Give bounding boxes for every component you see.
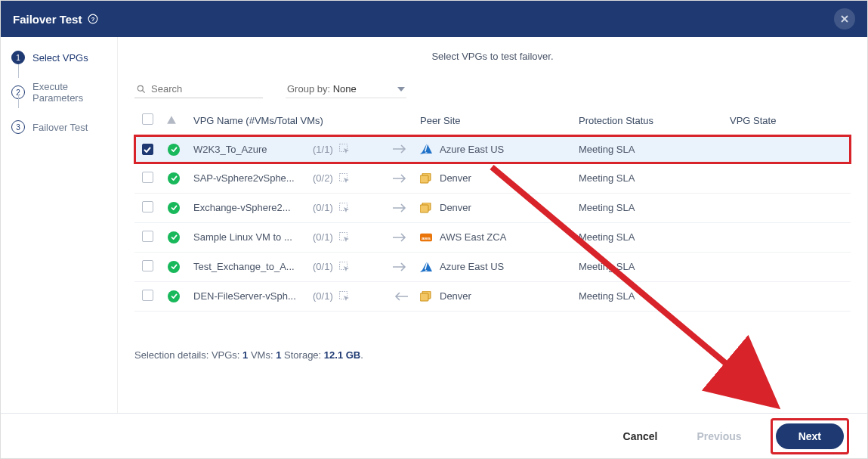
row-checkbox[interactable] [142,260,153,271]
dialog-header: Failover Test ? [1,1,867,37]
peer-site-name: Denver [440,202,471,213]
peer-site-name: Azure East US [440,261,504,272]
vpg-name: SAP-vSphere2vSphe... [193,172,307,184]
status-ok-icon [168,202,180,214]
select-all-checkbox[interactable] [142,113,153,125]
table-row[interactable]: DEN-FileServer-vSph... (0/1) Denver Meet… [134,281,851,311]
vsphere-icon [420,290,432,302]
step-label: Execute Parameters [32,81,117,104]
wizard-step[interactable]: 2Execute Parameters [11,81,117,116]
peer-site-name: Denver [440,290,471,302]
table-row[interactable]: Sample Linux VM to ... (0/1) awsAWS East… [134,222,851,252]
select-vms-icon[interactable] [339,203,350,213]
selection-details: Selection details: VPGs: 1 VMs: 1 Storag… [134,349,851,361]
help-icon[interactable]: ? [88,14,98,24]
vpg-name: W2K3_To_Azure [193,144,307,155]
select-vms-icon[interactable] [339,291,350,302]
groupby-dropdown[interactable]: Group by: None [286,80,406,98]
table-row[interactable]: Test_Exchange_to_A... (0/1) Azure East U… [134,252,851,281]
row-checkbox[interactable] [142,231,153,242]
select-vms-icon[interactable] [339,232,350,243]
direction-arrow-icon [393,203,408,212]
svg-text:aws: aws [422,234,431,240]
col-header-state[interactable]: VPG State [724,106,851,135]
status-ok-icon [168,144,180,156]
select-vms-icon[interactable] [339,262,350,272]
svg-text:?: ? [91,16,95,23]
cancel-button[interactable]: Cancel [613,424,669,448]
chevron-down-icon [397,87,405,91]
status-ok-icon [168,231,180,243]
col-header-protection[interactable]: Protection Status [573,106,724,135]
row-checkbox[interactable] [142,290,153,301]
wizard-step[interactable]: 3Failover Test [11,120,117,146]
table-row[interactable]: W2K3_To_Azure (1/1) Azure East US Meetin… [134,135,851,164]
azure-icon [420,261,432,273]
protection-status: Meeting SLA [579,202,635,213]
protection-status: Meeting SLA [579,144,635,155]
protection-status: Meeting SLA [579,261,635,272]
close-icon [841,15,848,23]
search-field-wrap[interactable] [134,80,263,98]
subtitle-text: Select VPGs to test failover. [134,51,851,62]
wizard-step[interactable]: 1Select VPGs [11,51,117,76]
vm-count: (0/1) [313,231,333,243]
vsphere-icon [420,172,432,185]
direction-arrow-icon [393,292,408,301]
step-number-icon: 1 [11,51,25,64]
vpg-name: Test_Exchange_to_A... [193,261,307,272]
status-ok-icon [168,172,180,185]
peer-site-name: AWS East ZCA [440,231,506,243]
close-button[interactable] [834,8,855,29]
aws-icon: aws [420,231,432,243]
selection-storage: 12.1 GB [324,349,360,361]
row-checkbox[interactable] [142,172,153,183]
table-row[interactable]: Exchange-vSphere2... (0/1) Denver Meetin… [134,193,851,222]
selection-vms: 1 [276,349,281,361]
vpg-name: Sample Linux VM to ... [193,231,307,243]
svg-rect-6 [420,175,428,183]
vpgs-table: VPG Name (#VMs/Total VMs) Peer Site Prot… [134,106,851,312]
groupby-value: None [333,83,357,95]
vpg-name: DEN-FileServer-vSph... [193,290,307,302]
protection-status: Meeting SLA [579,231,635,243]
row-checkbox[interactable] [142,201,153,212]
toolbar: Group by: None [134,80,851,98]
select-vms-icon[interactable] [339,173,350,184]
vsphere-icon [420,202,432,214]
svg-point-2 [137,85,143,91]
vpg-name: Exchange-vSphere2... [193,202,307,213]
table-header-row: VPG Name (#VMs/Total VMs) Peer Site Prot… [134,106,851,135]
search-icon [136,84,147,95]
status-ok-icon [168,261,180,273]
svg-rect-16 [420,293,428,301]
peer-site-name: Azure East US [440,144,504,155]
col-header-peer[interactable]: Peer Site [414,106,573,135]
warning-icon [166,115,181,126]
search-input[interactable] [151,83,261,95]
select-vms-icon[interactable] [339,144,350,154]
dialog-title: Failover Test [13,13,82,26]
protection-status: Meeting SLA [579,290,635,302]
step-number-icon: 3 [11,120,25,134]
row-checkbox[interactable] [142,144,153,155]
peer-site-name: Denver [440,172,471,184]
vm-count: (1/1) [313,144,333,155]
main-panel: Select VPGs to test failover. Group by: … [118,37,867,413]
col-header-name[interactable]: VPG Name (#VMs/Total VMs) [187,106,414,135]
svg-rect-9 [420,205,428,212]
wizard-sidebar: 1Select VPGs2Execute Parameters3Failover… [1,37,118,413]
groupby-label: Group by: [287,83,330,95]
direction-arrow-icon [393,174,408,183]
step-label: Failover Test [32,122,88,133]
table-row[interactable]: SAP-vSphere2vSphe... (0/2) Denver Meetin… [134,163,851,193]
direction-arrow-icon [393,262,408,271]
dialog-body: 1Select VPGs2Execute Parameters3Failover… [1,37,867,413]
direction-arrow-icon [393,144,408,154]
next-button[interactable]: Next [776,423,844,449]
protection-status: Meeting SLA [579,172,635,184]
step-label: Select VPGs [32,52,88,64]
vm-count: (0/1) [313,290,333,302]
status-ok-icon [168,290,180,302]
vm-count: (0/1) [313,261,333,272]
